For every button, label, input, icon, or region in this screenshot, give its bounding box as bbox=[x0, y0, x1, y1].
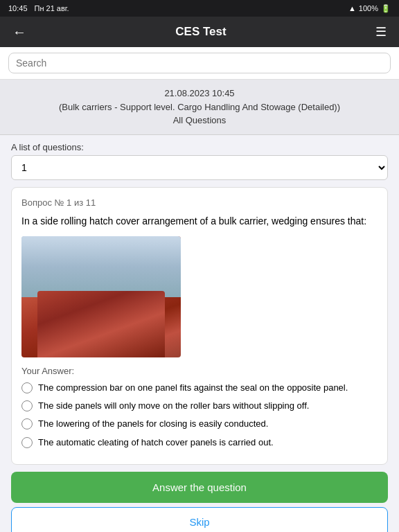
radio-circle-4[interactable] bbox=[21, 437, 33, 448]
question-text: In a side rolling hatch cover arrangemen… bbox=[21, 215, 378, 229]
status-bar-right: ▲ 100% 🔋 bbox=[348, 4, 391, 13]
answer-option-4[interactable]: The automatic cleating of hatch cover pa… bbox=[21, 436, 378, 449]
battery-icon: 🔋 bbox=[381, 4, 391, 13]
info-block: 21.08.2023 10:45 (Bulk carriers - Suppor… bbox=[0, 80, 399, 135]
menu-button[interactable]: ☰ bbox=[373, 21, 389, 42]
nav-bar: ← CES Test ☰ bbox=[0, 17, 399, 47]
page-title: CES Test bbox=[175, 25, 226, 39]
answer-option-1[interactable]: The compression bar on one panel fits ag… bbox=[21, 382, 378, 394]
question-select[interactable]: 1 bbox=[11, 155, 388, 180]
status-bar-left: 10:45 Пн 21 авг. bbox=[8, 4, 69, 12]
search-input[interactable] bbox=[8, 53, 391, 73]
answer-button[interactable]: Answer the question bbox=[11, 472, 388, 503]
question-number: Вопрос № 1 из 11 bbox=[21, 197, 378, 208]
radio-circle-1[interactable] bbox=[21, 382, 33, 393]
status-time: 10:45 bbox=[8, 4, 28, 12]
status-bar: 10:45 Пн 21 авг. ▲ 100% 🔋 bbox=[0, 0, 399, 17]
battery-level: 100% bbox=[359, 4, 378, 12]
wifi-icon: ▲ bbox=[348, 4, 356, 12]
search-bar bbox=[0, 47, 399, 80]
radio-circle-2[interactable] bbox=[21, 400, 33, 411]
your-answer-label: Your Answer: bbox=[21, 366, 378, 376]
skip-button[interactable]: Skip bbox=[11, 507, 388, 532]
info-line3: All Questions bbox=[11, 114, 388, 127]
answer-text-1: The compression bar on one panel fits ag… bbox=[38, 382, 348, 394]
info-line1: 21.08.2023 10:45 bbox=[11, 87, 388, 100]
answer-text-2: The side panels will only move on the ro… bbox=[38, 400, 309, 412]
back-button[interactable]: ← bbox=[10, 21, 29, 43]
answer-option-3[interactable]: The lowering of the panels for closing i… bbox=[21, 418, 378, 430]
questions-label: A list of questions: bbox=[0, 135, 399, 155]
answer-text-3: The lowering of the panels for closing i… bbox=[38, 418, 268, 430]
question-select-wrapper: 1 bbox=[11, 155, 388, 180]
status-date: Пн 21 авг. bbox=[35, 4, 69, 12]
question-card: Вопрос № 1 из 11 In a side rolling hatch… bbox=[11, 187, 388, 465]
radio-circle-3[interactable] bbox=[21, 418, 33, 429]
answer-option-2[interactable]: The side panels will only move on the ro… bbox=[21, 400, 378, 412]
answer-text-4: The automatic cleating of hatch cover pa… bbox=[38, 436, 274, 449]
ship-image bbox=[21, 236, 181, 357]
info-line2: (Bulk carriers - Support level. Cargo Ha… bbox=[11, 100, 388, 114]
